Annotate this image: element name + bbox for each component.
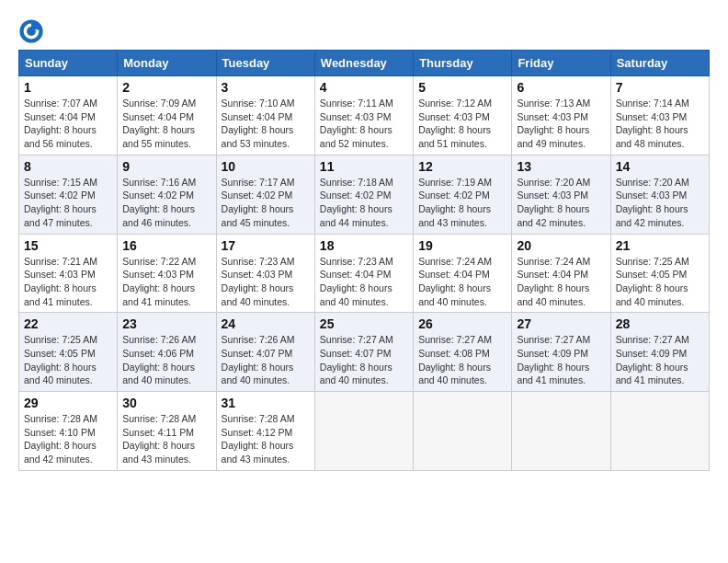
calendar-day-cell: 15 Sunrise: 7:21 AMSunset: 4:03 PMDaylig… [19,234,118,313]
calendar-day-cell: 20 Sunrise: 7:24 AMSunset: 4:04 PMDaylig… [512,234,610,313]
day-number: 11 [320,159,408,174]
calendar-day-cell: 9 Sunrise: 7:16 AMSunset: 4:02 PMDayligh… [118,155,216,234]
calendar-day-cell: 24 Sunrise: 7:26 AMSunset: 4:07 PMDaylig… [216,313,314,392]
calendar-week-row: 1 Sunrise: 7:07 AMSunset: 4:04 PMDayligh… [19,76,710,155]
day-number: 3 [222,80,310,95]
day-number: 19 [418,238,506,253]
day-info: Sunrise: 7:13 AMSunset: 4:03 PMDaylight:… [517,98,590,149]
day-number: 15 [24,238,112,253]
day-info: Sunrise: 7:11 AMSunset: 4:03 PMDaylight:… [320,98,393,149]
page-header [18,18,710,44]
calendar-day-cell: 8 Sunrise: 7:15 AMSunset: 4:02 PMDayligh… [19,155,118,234]
day-info: Sunrise: 7:28 AMSunset: 4:11 PMDaylight:… [122,413,196,465]
calendar-day-cell: 11 Sunrise: 7:18 AMSunset: 4:02 PMDaylig… [314,155,413,234]
day-info: Sunrise: 7:15 AMSunset: 4:02 PMDaylight:… [24,177,97,228]
calendar-day-cell: 19 Sunrise: 7:24 AMSunset: 4:04 PMDaylig… [414,234,512,313]
calendar-day-cell: 4 Sunrise: 7:11 AMSunset: 4:03 PMDayligh… [314,76,413,155]
day-info: Sunrise: 7:28 AMSunset: 4:10 PMDaylight:… [24,413,97,465]
day-info: Sunrise: 7:19 AMSunset: 4:02 PMDaylight:… [418,177,492,228]
calendar-day-cell: 25 Sunrise: 7:27 AMSunset: 4:07 PMDaylig… [314,313,413,392]
day-info: Sunrise: 7:12 AMSunset: 4:03 PMDaylight:… [418,98,492,149]
calendar-day-cell: 23 Sunrise: 7:26 AMSunset: 4:06 PMDaylig… [118,313,216,392]
day-number: 7 [616,80,704,95]
logo [18,18,48,44]
day-info: Sunrise: 7:26 AMSunset: 4:07 PMDaylight:… [222,334,295,385]
calendar-day-cell: 26 Sunrise: 7:27 AMSunset: 4:08 PMDaylig… [414,313,512,392]
day-number: 28 [616,316,704,331]
day-info: Sunrise: 7:16 AMSunset: 4:02 PMDaylight:… [122,177,196,228]
day-info: Sunrise: 7:07 AMSunset: 4:04 PMDaylight:… [24,98,97,149]
calendar-header-row: SundayMondayTuesdayWednesdayThursdayFrid… [19,51,710,76]
day-number: 17 [222,238,310,253]
calendar-day-cell: 6 Sunrise: 7:13 AMSunset: 4:03 PMDayligh… [512,76,610,155]
weekday-header: Sunday [19,51,118,76]
calendar-day-cell: 13 Sunrise: 7:20 AMSunset: 4:03 PMDaylig… [512,155,610,234]
calendar-week-row: 22 Sunrise: 7:25 AMSunset: 4:05 PMDaylig… [19,313,710,392]
day-info: Sunrise: 7:20 AMSunset: 4:03 PMDaylight:… [517,177,590,228]
calendar-day-cell: 22 Sunrise: 7:25 AMSunset: 4:05 PMDaylig… [19,313,118,392]
calendar-day-cell: 30 Sunrise: 7:28 AMSunset: 4:11 PMDaylig… [118,392,216,471]
calendar-day-cell: 14 Sunrise: 7:20 AMSunset: 4:03 PMDaylig… [610,155,709,234]
day-number: 9 [122,159,210,174]
day-info: Sunrise: 7:23 AMSunset: 4:03 PMDaylight:… [222,256,295,307]
day-info: Sunrise: 7:21 AMSunset: 4:03 PMDaylight:… [24,256,97,307]
day-number: 4 [320,80,408,95]
day-info: Sunrise: 7:27 AMSunset: 4:09 PMDaylight:… [517,334,590,385]
day-info: Sunrise: 7:27 AMSunset: 4:07 PMDaylight:… [320,334,393,385]
day-number: 23 [122,316,210,331]
day-info: Sunrise: 7:18 AMSunset: 4:02 PMDaylight:… [320,177,393,228]
calendar-week-row: 29 Sunrise: 7:28 AMSunset: 4:10 PMDaylig… [19,392,710,471]
day-number: 20 [517,238,605,253]
day-number: 6 [517,80,605,95]
calendar-day-cell: 10 Sunrise: 7:17 AMSunset: 4:02 PMDaylig… [216,155,314,234]
day-number: 27 [517,316,605,331]
calendar-day-cell: 17 Sunrise: 7:23 AMSunset: 4:03 PMDaylig… [216,234,314,313]
day-number: 22 [24,316,112,331]
weekday-header: Tuesday [216,51,314,76]
day-info: Sunrise: 7:27 AMSunset: 4:09 PMDaylight:… [616,334,689,385]
day-number: 21 [616,238,704,253]
day-info: Sunrise: 7:17 AMSunset: 4:02 PMDaylight:… [222,177,295,228]
calendar-day-cell: 29 Sunrise: 7:28 AMSunset: 4:10 PMDaylig… [19,392,118,471]
day-info: Sunrise: 7:23 AMSunset: 4:04 PMDaylight:… [320,256,393,307]
day-info: Sunrise: 7:25 AMSunset: 4:05 PMDaylight:… [24,334,97,385]
day-info: Sunrise: 7:09 AMSunset: 4:04 PMDaylight:… [122,98,196,149]
day-number: 31 [222,396,310,410]
day-info: Sunrise: 7:10 AMSunset: 4:04 PMDaylight:… [222,98,295,149]
day-number: 29 [24,396,112,410]
weekday-header: Wednesday [314,51,413,76]
day-info: Sunrise: 7:24 AMSunset: 4:04 PMDaylight:… [517,256,590,307]
weekday-header: Thursday [414,51,512,76]
day-info: Sunrise: 7:20 AMSunset: 4:03 PMDaylight:… [616,177,689,228]
calendar-day-cell: 27 Sunrise: 7:27 AMSunset: 4:09 PMDaylig… [512,313,610,392]
calendar-day-cell: 31 Sunrise: 7:28 AMSunset: 4:12 PMDaylig… [216,392,314,471]
day-number: 26 [418,316,506,331]
calendar-day-cell [314,392,413,471]
calendar-day-cell [610,392,709,471]
calendar-day-cell [512,392,610,471]
weekday-header: Friday [512,51,610,76]
calendar-day-cell: 28 Sunrise: 7:27 AMSunset: 4:09 PMDaylig… [610,313,709,392]
calendar-table: SundayMondayTuesdayWednesdayThursdayFrid… [18,50,710,471]
day-number: 2 [122,80,210,95]
calendar-day-cell: 1 Sunrise: 7:07 AMSunset: 4:04 PMDayligh… [19,76,118,155]
day-info: Sunrise: 7:14 AMSunset: 4:03 PMDaylight:… [616,98,689,149]
day-number: 25 [320,316,408,331]
calendar-day-cell: 3 Sunrise: 7:10 AMSunset: 4:04 PMDayligh… [216,76,314,155]
day-number: 30 [122,396,210,410]
day-info: Sunrise: 7:24 AMSunset: 4:04 PMDaylight:… [418,256,492,307]
day-number: 24 [222,316,310,331]
calendar-day-cell: 12 Sunrise: 7:19 AMSunset: 4:02 PMDaylig… [414,155,512,234]
day-info: Sunrise: 7:26 AMSunset: 4:06 PMDaylight:… [122,334,196,385]
day-number: 8 [24,159,112,174]
logo-icon [18,18,44,44]
calendar-day-cell: 2 Sunrise: 7:09 AMSunset: 4:04 PMDayligh… [118,76,216,155]
day-number: 1 [24,80,112,95]
calendar-day-cell: 16 Sunrise: 7:22 AMSunset: 4:03 PMDaylig… [118,234,216,313]
day-info: Sunrise: 7:22 AMSunset: 4:03 PMDaylight:… [122,256,196,307]
day-info: Sunrise: 7:27 AMSunset: 4:08 PMDaylight:… [418,334,492,385]
day-number: 5 [418,80,506,95]
day-number: 16 [122,238,210,253]
day-number: 13 [517,159,605,174]
day-number: 10 [222,159,310,174]
